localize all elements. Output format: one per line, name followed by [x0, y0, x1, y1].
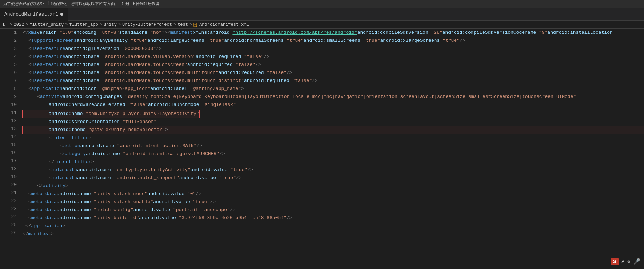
- notification-bar: 为了使您自己的实现发生主观的变化，您可以修改以下所有方面。 注册 上传到注册设备: [0, 0, 644, 8]
- bc-flutter-unity: flutter_unity: [30, 22, 64, 27]
- a-label: A: [621, 259, 624, 265]
- code-line-8: <application android:icon="@mipmap/app_i…: [23, 85, 644, 93]
- code-line-24: <meta-data android:name="unity.build-id"…: [23, 214, 644, 222]
- line-numbers: 12345 678910 1112131415 1617181920 21222…: [5, 29, 20, 269]
- bc-project: UnityFlutterProject: [122, 22, 172, 27]
- code-line-2: <supports-screens android:anyDensity="tr…: [23, 37, 644, 45]
- code-line-1: <?xml version="1.0" encoding="utf-8" sta…: [23, 29, 644, 37]
- code-line-4: <uses-feature android:name="android.hard…: [23, 53, 644, 61]
- code-line-22: <meta-data android:name="unity.splash-en…: [23, 198, 644, 206]
- code-line-5: <uses-feature android:name="android.hard…: [23, 61, 644, 69]
- code-line-19: <meta-data android:name="android.notch_s…: [23, 174, 644, 182]
- left-gutter: [0, 29, 5, 269]
- code-line-6: <uses-feature android:name="android.hard…: [23, 69, 644, 77]
- code-line-10: android:hardwareAccelerated="false" andr…: [23, 101, 644, 109]
- settings-icon[interactable]: ⚙: [627, 259, 630, 265]
- breadcrumb: D: > 2022 > flutter_unity > flutter_app …: [0, 21, 644, 29]
- code-line-11: android:name="com.unity3d.player.UnityPl…: [23, 110, 199, 118]
- s-badge: S: [611, 258, 619, 265]
- bc-test: test: [177, 22, 188, 27]
- code-line-9: <activity android:configChanges="density…: [23, 93, 644, 101]
- code-line-12: android:screenOrientation="fullSensor": [23, 118, 644, 126]
- code-line-20: </activity>: [23, 182, 644, 190]
- code-line-18: <meta-data android:name="unityplayer.Uni…: [23, 166, 644, 174]
- code-line-15: <action android:name="android.intent.act…: [23, 142, 644, 150]
- status-area: S A ⚙ 🎤: [611, 258, 640, 265]
- code-line-23: <meta-data android:name="notch.config" a…: [23, 206, 644, 214]
- bc-flutter-app: flutter_app: [69, 22, 98, 27]
- code-line-26: </manifest>: [23, 230, 644, 238]
- code-line-3: <uses-feature android:glEsVersion="0x000…: [23, 45, 644, 53]
- bc-d: D:: [3, 22, 8, 27]
- mic-icon[interactable]: 🎤: [633, 258, 640, 265]
- notification-text: 为了使您自己的实现发生主观的变化，您可以修改以下所有方面。 注册 上传到注册设备: [3, 1, 160, 7]
- file-tab[interactable]: AndroidManifest.xml: [0, 8, 68, 21]
- code-line-13: android:theme="@style/UnityThemeSelector…: [23, 126, 644, 134]
- code-line-16: <category android:name="android.intent.c…: [23, 150, 644, 158]
- modified-dot: [60, 13, 63, 16]
- code-line-7: <uses-feature android:name="android.hard…: [23, 77, 644, 85]
- editor: 12345 678910 1112131415 1617181920 21222…: [0, 29, 644, 269]
- tab-filename: AndroidManifest.xml: [4, 12, 58, 17]
- code-line-17: </intent-filter>: [23, 158, 644, 166]
- tab-bar: AndroidManifest.xml: [0, 8, 644, 21]
- bc-2022: 2022: [14, 22, 24, 27]
- svg-text:xml: xml: [194, 24, 197, 26]
- code-content: <?xml version="1.0" encoding="utf-8" sta…: [20, 29, 644, 269]
- bc-unity[interactable]: unity: [104, 22, 117, 27]
- bc-file: xml AndroidManifest.xml: [193, 22, 249, 27]
- code-line-14: <intent-filter>: [23, 134, 644, 142]
- xml-file-icon: xml: [193, 23, 198, 27]
- code-line-21: <meta-data android:name="unity.splash-mo…: [23, 190, 644, 198]
- code-line-25: </application>: [23, 222, 644, 230]
